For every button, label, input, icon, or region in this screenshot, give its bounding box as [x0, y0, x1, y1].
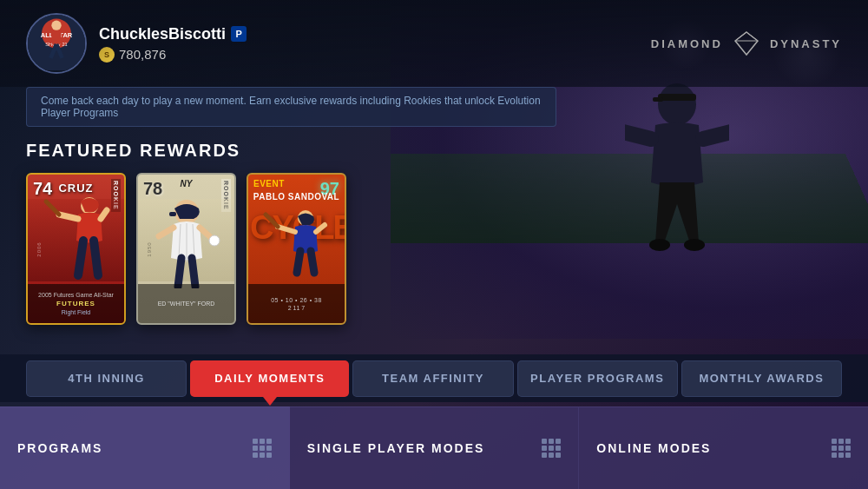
- svg-line-30: [159, 228, 174, 236]
- svg-point-32: [209, 235, 220, 246]
- card-bottom-1: 2005 Futures Game All-Star FUTURES Right…: [28, 284, 124, 323]
- svg-line-17: [735, 32, 746, 41]
- card-dates-3: 05 • 10 • 26 • 38: [271, 297, 322, 303]
- card-position-1: Right Field: [62, 309, 90, 315]
- card-img-area-1: [28, 199, 124, 281]
- card-subtext-1: 2005 Futures Game All-Star: [38, 292, 114, 298]
- user-info: ALL STAR SHOW 21 ChucklesBiscotti P: [26, 13, 247, 74]
- grid-icon-online: [832, 439, 851, 458]
- svg-line-37: [266, 215, 278, 227]
- svg-rect-26: [169, 212, 176, 216]
- grid-icon-programs: [253, 439, 272, 458]
- card-team-logo: NY: [181, 179, 193, 188]
- currency-icon: S: [99, 47, 115, 63]
- card-label-1: FUTURES: [56, 300, 95, 307]
- svg-line-40: [311, 251, 314, 273]
- mode-single-player[interactable]: SINGLE PLAYER MODES: [290, 406, 580, 489]
- card-subtext-2: ED "WHITEY" FORD: [158, 301, 215, 307]
- mode-online[interactable]: ONLINE MODES: [579, 406, 868, 489]
- grid-icon-single-player: [542, 439, 561, 458]
- tab-team-affinity[interactable]: TEAM AFFINITY: [352, 360, 513, 397]
- card-num-3: 2 11 7: [288, 305, 305, 311]
- mode-programs[interactable]: PROGRAMS: [0, 406, 290, 489]
- logo-area: DIAMOND DYNASTY: [651, 30, 842, 56]
- logo-text-right: DYNASTY: [770, 37, 842, 50]
- card-event-label: EVENT: [253, 179, 285, 188]
- username: ChucklesBiscotti P: [99, 25, 247, 43]
- username-block: ChucklesBiscotti P S 780,876: [99, 25, 247, 63]
- tab-4th-inning[interactable]: 4TH INNING: [26, 360, 187, 397]
- header: ALL STAR SHOW 21 ChucklesBiscotti P: [0, 0, 868, 87]
- tab-monthly-awards[interactable]: MONTHLY AWARDS: [681, 360, 842, 397]
- card-year-2: 1950: [147, 241, 152, 256]
- main-content: Come back each day to play a new moment.…: [0, 87, 868, 334]
- svg-line-20: [59, 215, 78, 219]
- svg-rect-12: [51, 31, 61, 44]
- diamond-icon: [733, 30, 760, 56]
- card-img-area-3: [248, 211, 345, 281]
- svg-line-39: [297, 251, 300, 273]
- card-year-1: 2006: [36, 241, 42, 256]
- svg-line-23: [78, 241, 83, 275]
- psn-icon: P: [231, 26, 247, 42]
- card-whitey-ford[interactable]: 78 NY ROOKIE: [136, 173, 236, 325]
- svg-line-34: [192, 258, 195, 287]
- svg-line-36: [278, 227, 295, 232]
- section-title: FEATURED REWARDS: [26, 141, 842, 161]
- svg-line-38: [316, 225, 325, 232]
- currency-display: S 780,876: [99, 47, 247, 63]
- tab-player-programs[interactable]: PLAYER PROGRAMS: [517, 360, 678, 397]
- card-pablo-sandoval[interactable]: EVENT 97 PABLO SANDOVAL CYCLE: [247, 173, 346, 325]
- svg-line-24: [94, 241, 98, 275]
- card-img-area-2: [138, 199, 234, 281]
- mode-buttons: PROGRAMS SINGLE PLAYER MODES ONLINE MODE…: [0, 406, 868, 489]
- card-bottom-3: 05 • 10 • 26 • 38 2 11 7: [248, 284, 345, 323]
- currency-amount: 780,876: [119, 47, 166, 62]
- tab-navigation: 4TH INNING DAILY MOMENTS TEAM AFFINITY P…: [0, 354, 868, 402]
- svg-line-18: [746, 32, 758, 41]
- tab-indicator: [263, 397, 277, 406]
- logo-text-left: DIAMOND: [651, 37, 723, 50]
- info-banner: Come back each day to play a new moment.…: [26, 87, 556, 127]
- svg-line-22: [46, 202, 59, 215]
- svg-line-21: [101, 210, 107, 219]
- card-bottom-2: ED "WHITEY" FORD: [138, 284, 234, 323]
- svg-point-11: [51, 20, 61, 30]
- avatar: ALL STAR SHOW 21: [26, 13, 87, 74]
- tab-daily-moments[interactable]: DAILY MOMENTS: [190, 360, 349, 397]
- svg-line-33: [178, 258, 181, 287]
- card-name-3: PABLO SANDOVAL: [253, 192, 340, 202]
- card-cruz[interactable]: 74 ROOKIE CRUZ: [26, 173, 126, 325]
- svg-marker-15: [735, 32, 758, 55]
- cards-container: 74 ROOKIE CRUZ: [26, 173, 842, 325]
